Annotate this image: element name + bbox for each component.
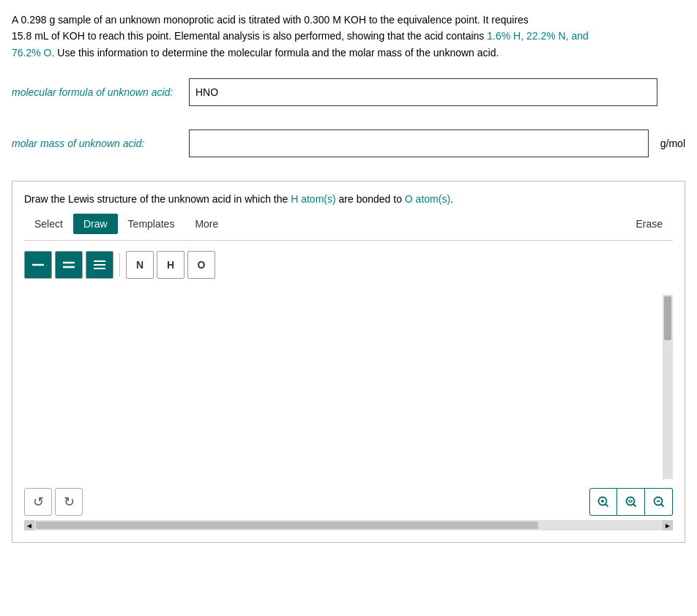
- zoom-out-button[interactable]: [645, 488, 673, 516]
- atom-o-button[interactable]: O: [187, 251, 215, 279]
- draw-section: Draw the Lewis structure of the unknown …: [12, 181, 685, 543]
- select-button[interactable]: Select: [24, 214, 73, 234]
- draw-button[interactable]: Draw: [73, 214, 118, 234]
- templates-button[interactable]: Templates: [118, 214, 185, 234]
- atom-h-button[interactable]: H: [157, 251, 184, 279]
- problem-text: A 0.298 g sample of an unknown monoproti…: [12, 12, 671, 61]
- scroll-wrapper: ◄ ►: [24, 520, 673, 530]
- bottom-bar: ↺ ↻: [24, 485, 673, 516]
- atom-n-button[interactable]: N: [126, 251, 154, 279]
- right-scroll-thumb: [664, 296, 671, 340]
- zoom-group: [589, 488, 673, 516]
- svg-line-14: [661, 504, 664, 507]
- molecular-formula-input[interactable]: [189, 78, 657, 106]
- double-bond-button[interactable]: [55, 251, 83, 279]
- scroll-track[interactable]: [34, 520, 663, 530]
- redo-button[interactable]: ↻: [55, 488, 83, 516]
- draw-toolbar: Select Draw Templates More Erase: [24, 214, 673, 241]
- draw-canvas[interactable]: [24, 289, 673, 479]
- svg-line-11: [633, 504, 636, 507]
- svg-point-10: [626, 497, 634, 506]
- zoom-in-button[interactable]: [589, 488, 617, 516]
- zoom-reset-button[interactable]: [617, 488, 645, 516]
- molecular-formula-row: molecular formula of unknown acid:: [12, 78, 685, 106]
- scroll-thumb: [36, 522, 538, 529]
- more-button[interactable]: More: [184, 214, 228, 234]
- tool-separator: [119, 253, 120, 277]
- molar-mass-row: molar mass of unknown acid: g/mol: [12, 129, 685, 157]
- molar-mass-unit: g/mol: [660, 138, 685, 149]
- erase-button[interactable]: Erase: [625, 214, 673, 234]
- scroll-right-arrow[interactable]: ►: [663, 520, 673, 530]
- single-bond-button[interactable]: [24, 251, 52, 279]
- triple-bond-button[interactable]: [86, 251, 113, 279]
- right-scrollbar[interactable]: [663, 295, 673, 479]
- undo-button[interactable]: ↺: [24, 488, 52, 516]
- molecular-formula-label: molecular formula of unknown acid:: [12, 86, 180, 98]
- svg-line-9: [605, 504, 608, 507]
- molar-mass-input[interactable]: [189, 129, 649, 157]
- scroll-left-arrow[interactable]: ◄: [24, 520, 34, 530]
- bond-tools: N H O: [24, 247, 673, 283]
- molar-mass-label: molar mass of unknown acid:: [12, 138, 180, 149]
- draw-canvas-wrapper: [24, 289, 673, 479]
- draw-prompt: Draw the Lewis structure of the unknown …: [24, 193, 673, 205]
- undo-redo-group: ↺ ↻: [24, 488, 83, 516]
